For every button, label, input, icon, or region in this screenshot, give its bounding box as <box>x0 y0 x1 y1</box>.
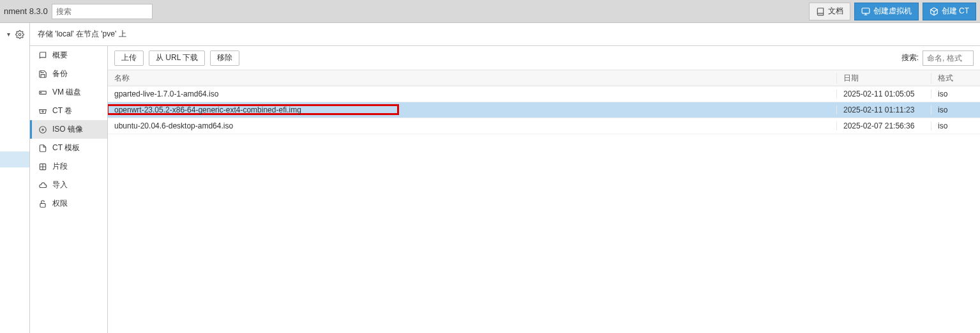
chevron-down-icon[interactable]: ▾ <box>7 31 10 38</box>
svg-rect-0 <box>862 8 870 13</box>
sidebar-item-label: CT 模板 <box>52 143 80 153</box>
svg-rect-8 <box>40 203 45 207</box>
iso-table: 名称 日期 格式 gparted-live-1.7.0-1-amd64.iso2… <box>108 70 980 333</box>
sidebar-item-label: 片段 <box>52 161 68 172</box>
cell-date: 2025-02-11 01:11:23 <box>837 105 931 114</box>
svg-point-4 <box>42 111 43 112</box>
cd-icon <box>38 125 47 134</box>
topbar: nment 8.3.0 文档 创建虚拟机 创建 CT <box>0 0 980 23</box>
disc-icon <box>38 107 47 116</box>
sidebar-item-unlock[interactable]: 权限 <box>30 194 107 213</box>
sidebar-item-cd[interactable]: ISO 镜像 <box>30 120 107 139</box>
col-header-format[interactable]: 格式 <box>931 73 980 84</box>
cell-format: iso <box>931 89 980 98</box>
sidebar-item-label: CT 卷 <box>52 105 72 116</box>
breadcrumb-row: ▾ 存储 'local' 在节点 'pve' 上 <box>0 23 980 46</box>
svg-point-5 <box>40 126 47 133</box>
cell-name: ubuntu-20.04.6-desktop-amd64.iso <box>108 121 837 130</box>
sidebar-item-label: 权限 <box>52 198 68 209</box>
svg-point-6 <box>42 128 43 130</box>
gear-icon[interactable] <box>15 30 24 39</box>
sidebar-item-save[interactable]: 备份 <box>30 65 107 83</box>
file-icon <box>38 144 47 153</box>
version-text: nment 8.3.0 <box>4 6 48 16</box>
unlock-icon <box>38 199 47 208</box>
remove-button[interactable]: 移除 <box>210 50 239 66</box>
table-row[interactable]: ubuntu-20.04.6-desktop-amd64.iso2025-02-… <box>108 118 980 134</box>
cell-name: openwrt-23.05.2-x86-64-generic-ext4-comb… <box>108 105 837 114</box>
save-icon <box>38 70 47 79</box>
cube-icon <box>930 7 939 16</box>
sidebar-item-label: 备份 <box>52 68 68 79</box>
cell-name: gparted-live-1.7.0-1-amd64.iso <box>108 89 837 98</box>
cell-date: 2025-02-11 01:05:05 <box>837 89 931 98</box>
hdd-icon <box>38 88 47 97</box>
puzzle-icon <box>38 162 47 171</box>
tree-column <box>0 46 30 333</box>
sidebar-item-label: ISO 镜像 <box>52 124 83 135</box>
upload-button[interactable]: 上传 <box>114 50 144 66</box>
col-header-date[interactable]: 日期 <box>837 73 931 84</box>
content-search-input[interactable] <box>923 50 974 66</box>
cloud-icon <box>38 181 47 190</box>
sidebar-item-label: 概要 <box>52 50 68 61</box>
cell-format: iso <box>931 105 980 114</box>
cell-date: 2025-02-07 21:56:36 <box>837 121 931 130</box>
sidebar-item-book[interactable]: 概要 <box>30 46 107 65</box>
svg-point-3 <box>41 92 41 93</box>
table-row[interactable]: gparted-live-1.7.0-1-amd64.iso2025-02-11… <box>108 86 980 102</box>
book-icon <box>816 7 825 16</box>
table-header: 名称 日期 格式 <box>108 70 980 86</box>
tree-selected-indicator <box>0 151 29 167</box>
docs-button[interactable]: 文档 <box>809 3 850 20</box>
sidebar-item-file[interactable]: CT 模板 <box>30 139 107 157</box>
sidebar-item-puzzle[interactable]: 片段 <box>30 157 107 176</box>
search-label: 搜索: <box>901 52 919 63</box>
col-header-name[interactable]: 名称 <box>108 73 837 84</box>
book-icon <box>38 51 47 60</box>
sidebar-item-disc[interactable]: CT 卷 <box>30 102 107 120</box>
sidebar-item-label: VM 磁盘 <box>52 87 81 98</box>
monitor-icon <box>861 7 870 16</box>
table-row[interactable]: openwrt-23.05.2-x86-64-generic-ext4-comb… <box>108 102 980 118</box>
download-from-url-button[interactable]: 从 URL 下载 <box>149 50 205 66</box>
content-toolbar: 上传 从 URL 下载 移除 搜索: <box>108 46 980 70</box>
cell-format: iso <box>931 121 980 130</box>
global-search-input[interactable] <box>52 4 153 19</box>
create-ct-button[interactable]: 创建 CT <box>923 3 976 20</box>
sidebar-item-label: 导入 <box>52 180 68 190</box>
svg-point-1 <box>19 33 21 36</box>
breadcrumb: 存储 'local' 在节点 'pve' 上 <box>30 29 126 40</box>
create-vm-button[interactable]: 创建虚拟机 <box>854 3 919 20</box>
sidebar: 概要备份VM 磁盘CT 卷ISO 镜像CT 模板片段导入权限 <box>30 46 108 333</box>
sidebar-item-hdd[interactable]: VM 磁盘 <box>30 83 107 102</box>
sidebar-item-cloud[interactable]: 导入 <box>30 176 107 194</box>
